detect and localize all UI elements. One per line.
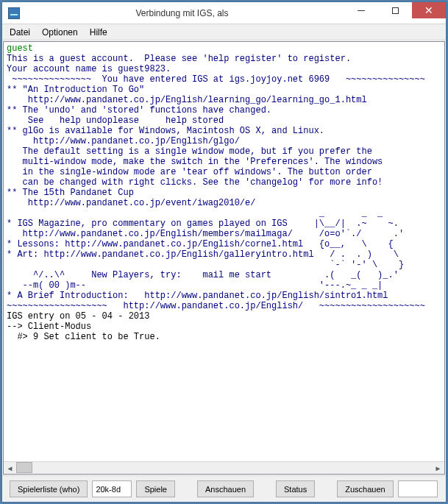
- terminal-line: ** The 'undo' and 'stored' functions hav…: [7, 105, 271, 116]
- button-bar: Spielerliste (who) Spiele Anschauen Stat…: [2, 475, 446, 502]
- terminal-line: in the single-window mode are 'tear off …: [7, 167, 372, 177]
- rank-input[interactable]: [92, 480, 132, 497]
- horizontal-scrollbar[interactable]: ◄ ►: [4, 461, 444, 474]
- terminal-line: --m( 00 )m-- '---.~_ _ _|: [7, 280, 383, 291]
- terminal-line: The default setting is a single window m…: [7, 146, 372, 157]
- status-button[interactable]: Status: [276, 480, 315, 497]
- window-controls: ✕: [344, 2, 446, 18]
- maximize-button[interactable]: [378, 2, 412, 18]
- watch-button[interactable]: Anschauen: [197, 480, 254, 497]
- terminal-line: Your account name is guest9823.: [7, 64, 171, 74]
- terminal-output[interactable]: guest This is a guest account. Please se…: [4, 42, 444, 461]
- terminal-line: * A Brief Introduction: http://www.panda…: [7, 291, 388, 301]
- scroll-right-arrow-icon[interactable]: ►: [432, 462, 444, 475]
- terminal-line: --> Client-Modus: [7, 322, 91, 332]
- scroll-thumb[interactable]: [16, 462, 32, 473]
- terminal-line: #> 9 Set client to be True.: [7, 332, 160, 342]
- terminal-line: ** "An Introduction To Go": [7, 85, 144, 95]
- window-title: Verbindung mit IGS, als: [20, 8, 344, 18]
- minimize-button[interactable]: [344, 2, 378, 18]
- terminal-line: can be changed with right clicks. See th…: [7, 177, 383, 188]
- terminal-line: http://www.pandanet.co.jp/English/learni…: [7, 95, 367, 105]
- terminal-line: ^/..\^ New Players, try: mail me start .…: [7, 270, 399, 280]
- terminal-line: http://www.pandanet.co.jp/English/glgo/: [7, 136, 240, 146]
- menubar: Datei Optionen Hilfe: [2, 24, 446, 40]
- terminal-line: ~~~~~~~~~~~~~~~~~~~ http://www.pandanet.…: [7, 301, 425, 311]
- terminal-line: ** glGo is available for Windows, Macint…: [7, 126, 324, 136]
- terminal-line: ** The 15th Pandanet Cup: [7, 188, 134, 198]
- games-button[interactable]: Spiele: [136, 480, 175, 497]
- terminal-line: http://www.pandanet.co.jp/English/member…: [7, 229, 404, 239]
- terminal-line: _ _ _: [7, 208, 383, 219]
- observe-input[interactable]: [398, 480, 438, 497]
- terminal-line: * Lessons: http://www.pandanet.co.jp/Eng…: [7, 239, 394, 249]
- close-button[interactable]: ✕: [412, 2, 446, 18]
- terminal-line: * Art: http://www.pandanet.co.jp/English…: [7, 249, 399, 260]
- terminal-line: http://www.pandanet.co.jp/event/iwag2010…: [7, 198, 255, 208]
- titlebar: Verbindung mit IGS, als ✕: [2, 2, 446, 24]
- menu-help[interactable]: Hilfe: [84, 25, 113, 40]
- terminal-line: guest: [7, 43, 33, 54]
- observe-button[interactable]: Zuschauen: [337, 480, 393, 497]
- terminal-line: ~~~~~~~~~~~~~~~ You have entered IGS at …: [7, 74, 425, 85]
- terminal-line: `-` '-' \ }: [7, 260, 404, 270]
- terminal-line: This is a guest account. Please see 'hel…: [7, 54, 351, 64]
- app-window: Verbindung mit IGS, als ✕ Datei Optionen…: [1, 1, 447, 503]
- menu-file[interactable]: Datei: [4, 25, 36, 40]
- terminal-line: See help undoplease help stored: [7, 116, 224, 126]
- playerlist-button[interactable]: Spielerliste (who): [10, 480, 88, 497]
- scroll-left-arrow-icon[interactable]: ◄: [4, 462, 16, 475]
- app-icon: [8, 7, 20, 19]
- terminal-line: IGS entry on 05 - 04 - 2013: [7, 311, 149, 322]
- content-area: guest This is a guest account. Please se…: [3, 41, 445, 475]
- terminal-line: multi-window mode, make the switch in th…: [7, 157, 383, 167]
- terminal-line: * IGS Magazine, pro commentary on games …: [7, 219, 399, 229]
- menu-options[interactable]: Optionen: [36, 25, 84, 40]
- scroll-track[interactable]: [16, 462, 432, 475]
